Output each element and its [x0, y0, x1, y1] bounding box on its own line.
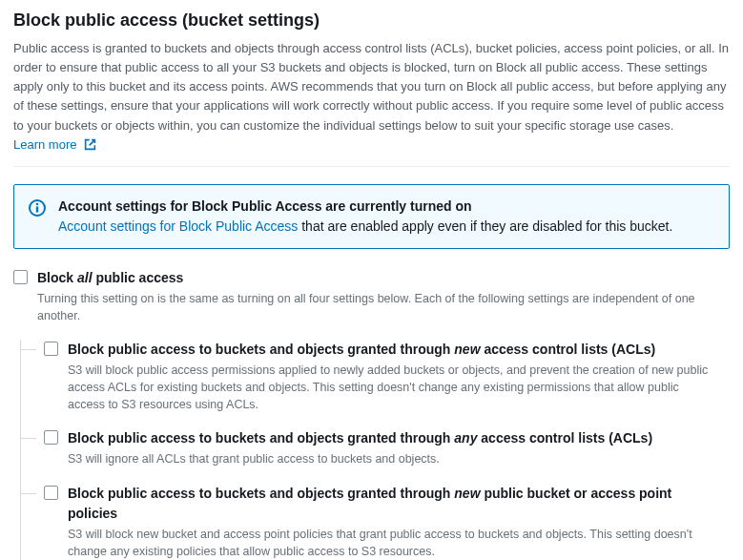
page-description: Public access is granted to buckets and …: [13, 39, 730, 156]
sub-label-1: Block public access to buckets and objec…: [68, 340, 716, 360]
sub-label-2: Block public access to buckets and objec…: [68, 428, 652, 448]
sub-checkbox-2[interactable]: [44, 430, 58, 445]
sub-option-3: Block public access to buckets and objec…: [40, 484, 730, 560]
sub-desc-3: S3 will block new bucket and access poin…: [68, 526, 716, 560]
page-desc-text: Public access is granted to buckets and …: [13, 41, 729, 133]
info-alert: Account settings for Block Public Access…: [13, 184, 730, 249]
sub-checkbox-1[interactable]: [44, 342, 58, 356]
info-rest: that are enabled apply even if they are …: [298, 218, 672, 234]
learn-more-link[interactable]: Learn more: [13, 137, 96, 152]
svg-rect-2: [36, 206, 38, 212]
info-text: Account settings for Block Public Access…: [58, 217, 672, 237]
svg-point-1: [36, 203, 39, 206]
sub-options-tree: Block public access to buckets and objec…: [20, 340, 730, 560]
sub-label-3: Block public access to buckets and objec…: [68, 484, 716, 524]
page-title: Block public access (bucket settings): [13, 8, 730, 33]
external-link-icon: [84, 137, 96, 156]
sub-desc-2: S3 will ignore all ACLs that grant publi…: [68, 450, 652, 467]
divider: [13, 166, 730, 167]
block-all-option: Block all public access Turning this set…: [13, 268, 730, 324]
sub-desc-1: S3 will block public access permissions …: [68, 362, 716, 413]
block-all-label: Block all public access: [37, 268, 730, 288]
block-all-checkbox[interactable]: [13, 270, 28, 284]
info-icon: [28, 198, 47, 223]
sub-checkbox-3[interactable]: [44, 486, 58, 500]
info-title: Account settings for Block Public Access…: [58, 197, 672, 217]
learn-more-text: Learn more: [13, 137, 76, 152]
sub-option-2: Block public access to buckets and objec…: [40, 428, 730, 467]
block-all-desc: Turning this setting on is the same as t…: [37, 290, 730, 324]
info-link[interactable]: Account settings for Block Public Access: [58, 218, 298, 234]
sub-option-1: Block public access to buckets and objec…: [40, 340, 730, 413]
